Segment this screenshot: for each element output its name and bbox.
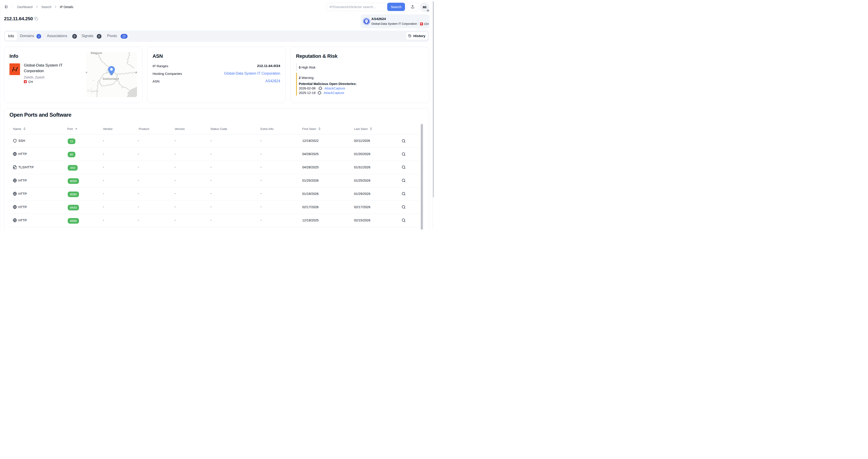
svg-text:Switzerland: Switzerland bbox=[102, 77, 119, 80]
svg-text:France: France bbox=[86, 71, 87, 74]
svg-text:mapbox: mapbox bbox=[90, 90, 98, 92]
svg-text:Belgium: Belgium bbox=[91, 52, 102, 55]
svg-text:A: A bbox=[135, 71, 137, 74]
